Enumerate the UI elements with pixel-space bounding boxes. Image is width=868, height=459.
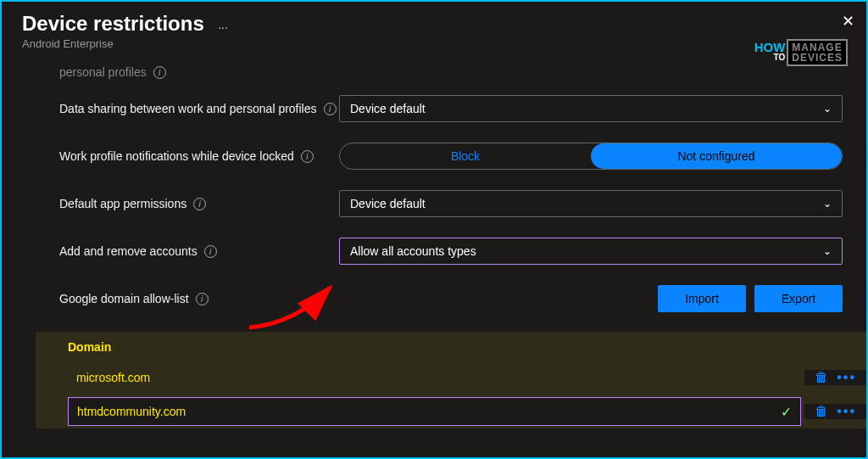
more-icon[interactable]: ••• xyxy=(837,404,856,419)
setting-notifications: Work profile notifications while device … xyxy=(59,142,866,171)
more-icon[interactable]: ••• xyxy=(837,370,856,385)
page-subtitle: Android Enterprise xyxy=(22,37,846,50)
setting-personal-profiles: personal profiles i xyxy=(59,65,866,79)
panel-header: Device restrictions ··· Android Enterpri… xyxy=(2,2,866,57)
info-icon[interactable]: i xyxy=(153,66,166,79)
info-icon[interactable]: i xyxy=(193,198,206,210)
close-icon[interactable]: ✕ xyxy=(842,12,854,31)
accounts-dropdown[interactable]: Allow all accounts types ⌄ xyxy=(339,238,843,265)
trash-icon[interactable]: 🗑 xyxy=(815,404,828,419)
table-row: htmdcommunity.com ✓ 🗑 ••• xyxy=(59,395,866,428)
toggle-option-notconfigured[interactable]: Not configured xyxy=(591,143,842,169)
toggle-option-block[interactable]: Block xyxy=(340,143,591,169)
domain-column-header: Domain xyxy=(59,332,866,361)
setting-google-domain-allowlist: Google domain allow-list i Import Export xyxy=(59,284,866,313)
export-button[interactable]: Export xyxy=(754,285,843,312)
info-icon[interactable]: i xyxy=(324,103,337,115)
setting-data-sharing: Data sharing between work and personal p… xyxy=(59,94,866,123)
chevron-down-icon: ⌄ xyxy=(823,103,832,115)
check-icon: ✓ xyxy=(781,404,792,420)
info-icon[interactable]: i xyxy=(204,245,217,258)
setting-add-remove-accounts: Add and remove accounts i Allow all acco… xyxy=(59,237,866,266)
chevron-down-icon: ⌄ xyxy=(823,198,832,210)
info-icon[interactable]: i xyxy=(301,150,314,163)
settings-content: personal profiles i Data sharing between… xyxy=(2,57,866,428)
import-button[interactable]: Import xyxy=(658,285,746,312)
domain-cell-editing[interactable]: htmdcommunity.com ✓ xyxy=(68,397,801,426)
data-sharing-dropdown[interactable]: Device default ⌄ xyxy=(339,95,843,122)
chevron-down-icon: ⌄ xyxy=(823,245,832,257)
page-title: Device restrictions xyxy=(22,12,204,36)
domain-cell[interactable]: microsoft.com xyxy=(68,364,804,391)
info-icon[interactable]: i xyxy=(196,293,209,305)
header-more-icon[interactable]: ··· xyxy=(218,20,228,34)
domain-table: Domain microsoft.com 🗑 ••• htmdcommunity… xyxy=(36,332,866,428)
trash-icon[interactable]: 🗑 xyxy=(815,370,828,385)
default-permissions-dropdown[interactable]: Device default ⌄ xyxy=(339,190,843,217)
notifications-toggle[interactable]: Block Not configured xyxy=(339,143,843,170)
setting-default-app-permissions: Default app permissions i Device default… xyxy=(59,189,866,218)
table-row: microsoft.com 🗑 ••• xyxy=(59,361,866,395)
